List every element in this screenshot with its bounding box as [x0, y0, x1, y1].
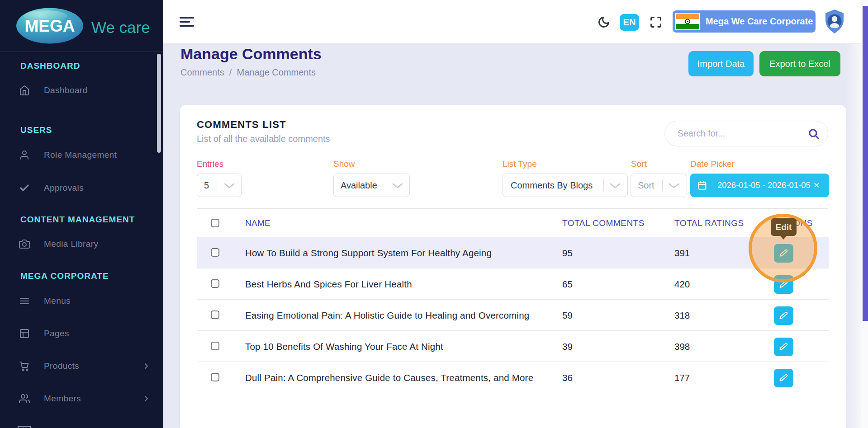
- svg-text:MEGA: MEGA: [25, 17, 75, 35]
